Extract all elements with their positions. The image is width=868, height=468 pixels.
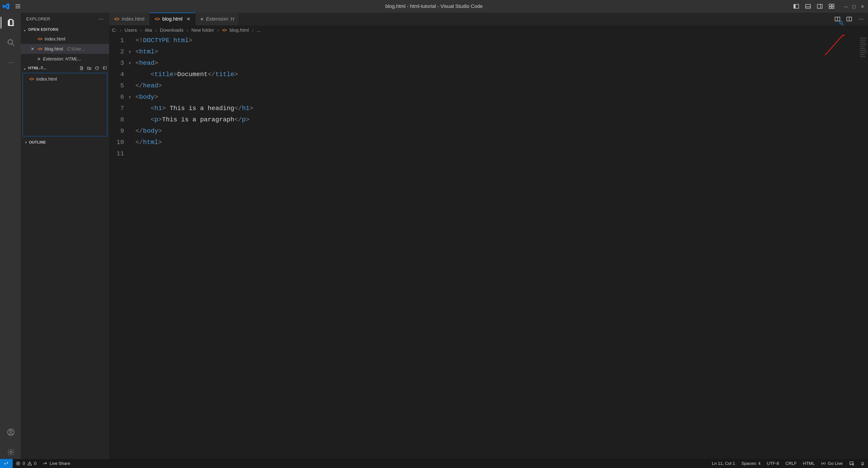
html-file-icon: <> [222,28,226,33]
line-number: 9 [109,125,124,137]
editor-tab[interactable]: <>index.html [109,13,150,25]
activity-settings[interactable] [1,445,21,459]
close-icon[interactable]: ✕ [187,16,190,22]
svg-rect-7 [832,4,834,6]
layout-panel-icon[interactable] [804,2,812,10]
line-number: 3 [109,58,124,69]
breadcrumb-more[interactable]: ... [257,27,261,33]
breadcrumb-segment[interactable]: iitia [145,27,152,33]
new-file-icon[interactable] [79,66,84,70]
code-line[interactable]: <html> [135,46,859,58]
activity-explorer[interactable] [1,16,21,29]
file-detail: C:\Use... [67,46,85,52]
code-line[interactable]: <p>This is a paragraph</p> [135,114,859,125]
fold-toggle [129,103,135,114]
open-editor-item[interactable]: ✕<>blog.htmlC:\Use... [21,44,109,54]
open-editor-item[interactable]: ≡Extension: HTML... [21,54,109,64]
svg-rect-1 [794,4,796,8]
breadcrumb-segment[interactable]: New folder [191,27,214,33]
new-folder-icon[interactable] [87,66,91,70]
svg-rect-8 [829,7,831,9]
fold-toggle [129,148,135,159]
line-number: 10 [109,137,124,148]
fold-toggle[interactable]: ∨ [129,46,135,58]
breadcrumb-segment[interactable]: Downloads [160,27,183,33]
line-number: 7 [109,103,124,114]
code-line[interactable]: <body> [135,91,859,103]
line-number: 8 [109,114,124,125]
status-liveshare[interactable]: Live Share [40,461,73,466]
file-tree-item[interactable]: <>index.html [23,74,107,84]
svg-point-24 [29,464,30,465]
refresh-icon[interactable] [95,66,99,70]
svg-point-25 [823,463,824,464]
activity-more[interactable]: ⋯ [1,56,21,69]
line-number: 1 [109,35,124,46]
open-editor-item[interactable]: <>index.html [21,34,109,44]
window-controls[interactable]: — ▢ ✕ [843,3,866,9]
chevron-down-icon: ⌄ [23,27,27,32]
status-indent[interactable]: Spaces: 4 [738,461,764,466]
status-feedback-icon[interactable] [846,461,857,466]
code-line[interactable]: <head> [135,58,859,69]
close-icon[interactable]: ✕ [30,46,35,52]
code-line[interactable] [135,148,859,159]
breadcrumb-segment[interactable]: Users [125,27,137,33]
layout-sidebar-right-icon[interactable] [816,2,824,10]
minimap[interactable] [859,35,868,459]
explorer-panel: EXPLORER ⋯ ⌄ OPEN EDITORS <>index.html✕<… [21,13,109,459]
window-title: blog.html - html-tutorial - Visual Studi… [385,3,483,9]
minimize-icon[interactable]: — [843,4,849,9]
editor-tabs: <>index.html<>blog.html✕≡Extension: H⋯ [109,13,868,25]
extension-icon: ≡ [38,56,40,62]
status-problems[interactable]: 0 0 [13,461,40,466]
code-line[interactable]: <!DOCTYPE html> [135,35,859,46]
file-tree[interactable]: <>index.html [23,73,107,136]
fold-toggle[interactable]: ∨ [129,58,135,69]
explorer-more-icon[interactable]: ⋯ [98,16,104,22]
line-number: 4 [109,69,124,80]
close-window-icon[interactable]: ✕ [859,4,866,9]
status-encoding[interactable]: UTF-8 [764,461,782,466]
svg-point-14 [10,451,12,453]
collapse-all-icon[interactable] [102,66,107,70]
maximize-icon[interactable]: ▢ [851,4,858,9]
line-number: 11 [109,148,124,159]
split-editor-icon[interactable] [845,15,853,23]
layout-sidebar-left-icon[interactable] [793,2,800,10]
activity-bar: ⋯ [0,13,21,459]
hamburger-menu-icon[interactable] [14,2,22,10]
html-file-icon: <> [38,46,42,52]
open-editors-header[interactable]: ⌄ OPEN EDITORS [21,25,109,34]
fold-toggle [129,137,135,148]
fold-toggle [129,35,135,46]
activity-account[interactable] [1,426,21,439]
code-line[interactable]: <h1> This is a heading</h1> [135,103,859,114]
fold-toggle[interactable]: ∨ [129,91,135,103]
outline-header[interactable]: ⌄ OUTLINE [21,138,109,147]
remote-indicator[interactable] [0,459,13,468]
status-eol[interactable]: CRLF [782,461,800,466]
open-preview-icon[interactable] [834,15,841,23]
folder-header[interactable]: ⌄ HTML-T... [21,64,109,72]
code-line[interactable]: <title>Document</title> [135,69,859,80]
status-cursor[interactable]: Ln 11, Col 1 [709,461,738,466]
status-language[interactable]: HTML [800,461,818,466]
editor-tab[interactable]: <>blog.html✕ [150,13,196,25]
code-editor[interactable]: 1234567891011 ∨∨∨ <!DOCTYPE html><html><… [109,35,868,459]
file-name: index.html [44,36,65,42]
customize-layout-icon[interactable] [828,2,835,10]
breadcrumb-file[interactable]: blog.html [229,27,249,33]
code-line[interactable]: </html> [135,137,859,148]
status-bell-icon[interactable] [857,461,868,466]
breadcrumbs[interactable]: C:›Users›iitia›Downloads›New folder›<>bl… [109,25,868,35]
breadcrumb-segment[interactable]: C: [112,27,117,33]
editor-tab[interactable]: ≡Extension: H [196,13,239,25]
tab-more-icon[interactable]: ⋯ [857,15,865,23]
code-line[interactable]: </body> [135,125,859,137]
activity-search[interactable] [1,36,21,49]
chevron-right-icon: ⌄ [23,141,28,144]
fold-toggle [129,125,135,137]
status-golive[interactable]: Go Live [818,461,846,466]
code-line[interactable]: </head> [135,80,859,91]
